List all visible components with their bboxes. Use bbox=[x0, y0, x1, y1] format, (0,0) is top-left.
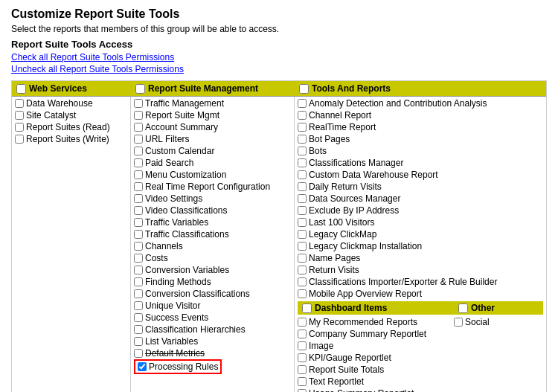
item-checkbox[interactable] bbox=[134, 254, 143, 263]
item-checkbox[interactable] bbox=[134, 194, 143, 203]
item-checkbox[interactable] bbox=[134, 170, 143, 179]
item-label: Conversion Variables bbox=[145, 265, 229, 275]
col3-header: Tools And Reports bbox=[295, 81, 546, 96]
list-item: Exclude By IP Address bbox=[298, 205, 543, 216]
item-checkbox[interactable] bbox=[134, 301, 143, 310]
item-checkbox[interactable] bbox=[298, 206, 307, 215]
list-item: Report Suite Totals bbox=[298, 364, 454, 376]
item-label: My Recommended Reports bbox=[309, 317, 417, 327]
dashboard-header-checkbox[interactable] bbox=[302, 303, 312, 313]
list-item: Classifications Importer/Exporter & Rule… bbox=[298, 276, 543, 288]
item-checkbox[interactable] bbox=[298, 277, 307, 286]
item-checkbox[interactable] bbox=[298, 242, 307, 251]
item-label: Traffic Classifications bbox=[145, 229, 229, 240]
item-checkbox[interactable] bbox=[134, 313, 143, 322]
item-label: Menu Customization bbox=[145, 170, 226, 180]
item-label: Bot Pages bbox=[309, 134, 350, 144]
col1-header-checkbox[interactable] bbox=[16, 84, 26, 94]
item-checkbox[interactable] bbox=[298, 365, 307, 374]
item-label: Channel Report bbox=[309, 110, 371, 121]
item-checkbox[interactable] bbox=[134, 99, 143, 108]
item-checkbox[interactable] bbox=[134, 111, 143, 120]
item-checkbox[interactable] bbox=[298, 182, 307, 191]
item-checkbox[interactable] bbox=[298, 158, 307, 167]
list-item: Image bbox=[298, 340, 454, 352]
list-item: Mobile App Overview Report bbox=[298, 288, 543, 300]
item-checkbox[interactable] bbox=[298, 377, 307, 386]
item-label: Report Suite Totals bbox=[309, 364, 384, 375]
item-checkbox[interactable] bbox=[298, 170, 307, 179]
item-label: Report Suites (Write) bbox=[26, 134, 109, 144]
item-checkbox[interactable] bbox=[134, 337, 143, 346]
item-checkbox[interactable] bbox=[298, 353, 307, 362]
item-label: Video Settings bbox=[145, 193, 202, 204]
item-checkbox[interactable] bbox=[134, 182, 143, 191]
item-checkbox[interactable] bbox=[134, 277, 143, 286]
item-checkbox[interactable] bbox=[134, 289, 143, 298]
permissions-table: Web Services Report Suite Management Too… bbox=[11, 80, 547, 392]
list-item: Channels bbox=[134, 240, 291, 252]
col3-header-checkbox[interactable] bbox=[299, 84, 309, 94]
item-checkbox[interactable] bbox=[134, 147, 143, 155]
list-item: List Variables bbox=[134, 335, 291, 347]
page-title: Customize Report Suite Tools bbox=[11, 7, 547, 21]
col2-header-checkbox[interactable] bbox=[135, 84, 145, 94]
item-checkbox[interactable] bbox=[134, 206, 143, 215]
list-item: Conversion Classifications bbox=[134, 288, 291, 300]
item-checkbox[interactable] bbox=[134, 230, 143, 239]
item-checkbox[interactable] bbox=[134, 325, 143, 334]
list-item: Real Time Report Configuration bbox=[134, 181, 291, 193]
item-label: Bots bbox=[309, 146, 327, 156]
item-label: Site Catalyst bbox=[26, 110, 76, 121]
item-checkbox[interactable] bbox=[298, 230, 307, 239]
item-checkbox[interactable] bbox=[134, 135, 143, 144]
item-checkbox[interactable] bbox=[298, 330, 307, 338]
check-all-link[interactable]: Check all Report Suite Tools Permissions bbox=[11, 52, 547, 62]
item-checkbox[interactable] bbox=[298, 318, 307, 327]
item-checkbox[interactable] bbox=[134, 218, 143, 227]
dashboard-items: My Recommended ReportsCompany Summary Re… bbox=[298, 316, 454, 392]
item-checkbox[interactable] bbox=[298, 147, 307, 155]
item-checkbox[interactable] bbox=[134, 158, 143, 167]
list-item: Site Catalyst bbox=[15, 109, 127, 121]
list-item: Default Metrics bbox=[134, 347, 291, 359]
item-checkbox[interactable] bbox=[134, 123, 143, 132]
list-item: Report Suites (Read) bbox=[15, 121, 127, 133]
item-checkbox[interactable] bbox=[454, 318, 463, 327]
item-checkbox[interactable] bbox=[298, 194, 307, 203]
table-header: Web Services Report Suite Management Too… bbox=[12, 81, 546, 97]
report-suite-mgmt-items: Traffic ManagementReport Suite MgmtAccou… bbox=[134, 97, 291, 374]
item-label: Social bbox=[465, 317, 490, 327]
item-checkbox[interactable] bbox=[134, 242, 143, 251]
item-label: Classification Hierarchies bbox=[145, 324, 246, 335]
list-item: Name Pages bbox=[298, 252, 543, 264]
uncheck-all-link[interactable]: Uncheck all Report Suite Tools Permissio… bbox=[11, 64, 547, 74]
item-checkbox[interactable] bbox=[298, 389, 307, 392]
item-label: Mobile App Overview Report bbox=[309, 289, 422, 299]
item-checkbox[interactable] bbox=[298, 218, 307, 227]
item-label: Exclude By IP Address bbox=[309, 205, 399, 216]
item-checkbox[interactable] bbox=[298, 135, 307, 144]
item-checkbox[interactable] bbox=[138, 362, 147, 371]
col1-header: Web Services bbox=[12, 81, 131, 96]
item-checkbox[interactable] bbox=[298, 289, 307, 298]
item-label: Costs bbox=[145, 253, 168, 263]
item-label: Legacy ClickMap bbox=[309, 229, 376, 240]
item-checkbox[interactable] bbox=[15, 135, 24, 144]
other-header-checkbox[interactable] bbox=[458, 303, 468, 313]
item-checkbox[interactable] bbox=[298, 341, 307, 350]
item-label: List Variables bbox=[145, 336, 198, 347]
item-checkbox[interactable] bbox=[15, 111, 24, 120]
item-checkbox[interactable] bbox=[298, 254, 307, 263]
item-checkbox[interactable] bbox=[134, 349, 143, 358]
item-checkbox[interactable] bbox=[298, 266, 307, 274]
item-checkbox[interactable] bbox=[134, 266, 143, 274]
item-label: Processing Rules bbox=[149, 362, 218, 372]
dashboard-header: Dashboard Items bbox=[298, 301, 454, 315]
item-checkbox[interactable] bbox=[298, 99, 307, 108]
item-label: Custom Data Warehouse Report bbox=[309, 170, 438, 180]
item-checkbox[interactable] bbox=[298, 123, 307, 132]
item-checkbox[interactable] bbox=[298, 111, 307, 120]
item-checkbox[interactable] bbox=[15, 123, 24, 132]
item-checkbox[interactable] bbox=[15, 99, 24, 108]
